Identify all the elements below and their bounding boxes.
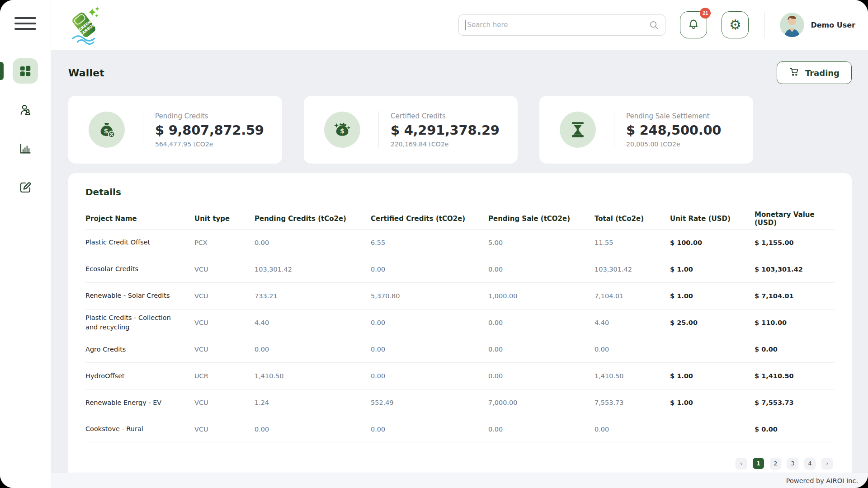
table-header-cell: Unit type [194, 215, 255, 223]
user-menu[interactable]: Demo User [780, 13, 855, 37]
search-input[interactable] [458, 14, 665, 36]
table-cell: 7,553.73 [594, 395, 670, 410]
table-row: Renewable Energy - EVVCU1.24552.497,000.… [85, 389, 835, 416]
svg-text:$: $ [104, 127, 108, 135]
svg-text:$: $ [340, 127, 344, 135]
main-column: GREEN CARBON [51, 0, 868, 488]
table-cell: $ 1.00 [670, 395, 755, 410]
trading-button[interactable]: Trading [777, 61, 852, 84]
stat-cards: $ Pending Credits $ 9,807,872.59 564,477… [68, 96, 852, 164]
notifications-button[interactable]: 21 [680, 11, 707, 38]
table-cell: UCR [194, 369, 255, 383]
sidebar-nav [0, 58, 51, 200]
notification-count-badge: 21 [700, 8, 711, 19]
table-cell: 0.00 [371, 369, 488, 383]
sidebar-item-reports[interactable] [13, 136, 38, 161]
pagination-page-4[interactable]: 4 [804, 458, 816, 469]
table-cell: VCU [194, 289, 255, 303]
stat-amount: $ 4,291,378.29 [391, 122, 500, 138]
table-cell: 4.40 [255, 315, 371, 330]
pagination-page-2[interactable]: 2 [770, 458, 781, 469]
table-cell: Cookstove - Rural [85, 421, 194, 437]
table-cell: 552.49 [371, 395, 488, 410]
table-header-row: Project NameUnit typePending Credits (tC… [85, 208, 835, 229]
table-cell: PCX [194, 235, 255, 250]
stat-card-pending-credits: $ Pending Credits $ 9,807,872.59 564,477… [68, 96, 282, 164]
table-cell: 1,410.50 [594, 369, 670, 383]
table-cell: 6.55 [371, 235, 488, 250]
search-icon[interactable] [649, 20, 659, 32]
table-cell: Plastic Credits - Collection and recycli… [85, 310, 194, 336]
user-name: Demo User [811, 21, 855, 29]
table-cell: 0.00 [371, 422, 488, 436]
table-cell: 0.00 [488, 315, 594, 330]
pagination-next-button[interactable]: › [821, 458, 833, 469]
details-title: Details [85, 187, 835, 197]
table-row: Plastic Credits - Collection and recycli… [85, 309, 835, 336]
table-cell: $ 103,301.42 [755, 262, 835, 277]
footer-text: Powered by AIROI Inc. [786, 477, 858, 484]
table-cell: 0.00 [594, 342, 670, 357]
stat-sub: 220,169.84 tCO2e [391, 141, 500, 148]
sidebar-item-dashboard[interactable] [13, 58, 38, 84]
settings-button[interactable]: ⚙ [722, 11, 749, 38]
table-cell: $ 0.00 [755, 342, 835, 357]
pagination-page-1[interactable]: 1 [753, 458, 764, 469]
stat-sub: 564,477.95 tCO2e [155, 141, 264, 148]
table-header-cell: Pending Sale (tCO2e) [488, 215, 594, 223]
table-cell: 1,410.50 [255, 369, 371, 383]
table-header-cell: Total (tCo2e) [594, 215, 670, 223]
table-header-cell: Pending Credits (tCo2e) [255, 215, 371, 223]
card-divider [143, 111, 143, 148]
table-cell: Ecosolar Credits [85, 261, 194, 277]
table-row: Agro CreditsVCU0.000.000.000.00$ 0.00 [85, 336, 835, 362]
table-cell: 0.00 [371, 262, 488, 277]
card-divider [378, 111, 379, 148]
table-row: Renewable - Solar CreditsVCU733.215,370.… [85, 282, 835, 309]
pagination-prev-button[interactable]: ‹ [736, 458, 747, 469]
table-row: Cookstove - RuralVCU0.000.000.000.00$ 0.… [85, 416, 835, 442]
sidebar-item-users[interactable] [13, 97, 38, 122]
table-cell [670, 426, 755, 433]
table-cell: 7,000.00 [488, 395, 594, 410]
pagination-page-3[interactable]: 3 [787, 458, 798, 469]
table-cell: 5.00 [488, 235, 594, 250]
table-row: HydroOffsetUCR1,410.500.000.001,410.50$ … [85, 362, 835, 389]
table-cell: 103,301.42 [594, 262, 670, 277]
table-cell: 4.40 [594, 315, 670, 330]
table-header-cell: Certified Credits (tCO2e) [371, 215, 488, 223]
table-cell: 0.00 [488, 262, 594, 277]
sidebar [0, 0, 51, 488]
bar-chart-icon [19, 142, 32, 155]
table-cell: 0.00 [255, 235, 371, 250]
table-cell: VCU [194, 395, 255, 410]
table-cell: 0.00 [255, 422, 371, 436]
table-header-cell: Unit Rate (USD) [670, 215, 755, 223]
details-table: Project NameUnit typePending Credits (tC… [85, 208, 835, 442]
table-cell [670, 346, 755, 353]
table-cell: $ 1.00 [670, 369, 755, 383]
text-caret [465, 20, 466, 30]
table-cell: $ 7,104.01 [755, 289, 835, 303]
table-cell: Plastic Credit Offset [85, 234, 194, 251]
avatar [780, 13, 804, 37]
trading-button-label: Trading [805, 68, 840, 78]
details-card: Details Project NameUnit typePending Cre… [68, 173, 852, 473]
table-cell: $ 25.00 [670, 315, 755, 330]
search-box [458, 14, 665, 36]
table-cell: 0.00 [594, 422, 670, 436]
stat-sub: 20,005.00 tCO2e [626, 141, 721, 148]
table-header-cell: Monetary Value (USD) [755, 211, 835, 227]
table-cell: VCU [194, 262, 255, 277]
gear-icon: ⚙ [729, 18, 741, 32]
table-cell: Renewable - Solar Credits [85, 287, 194, 304]
hamburger-menu-icon[interactable] [14, 14, 36, 33]
sidebar-item-register[interactable] [13, 175, 38, 200]
stat-label: Pending Credits [155, 112, 264, 120]
stat-label: Pending Sale Settlement [626, 112, 721, 120]
page-title: Wallet [68, 67, 104, 79]
table-header-cell: Project Name [85, 215, 194, 223]
table-cell: 5,370.80 [371, 289, 488, 303]
money-bag-sparkle-icon: $ [324, 112, 360, 148]
stat-amount: $ 248,500.00 [626, 122, 721, 138]
